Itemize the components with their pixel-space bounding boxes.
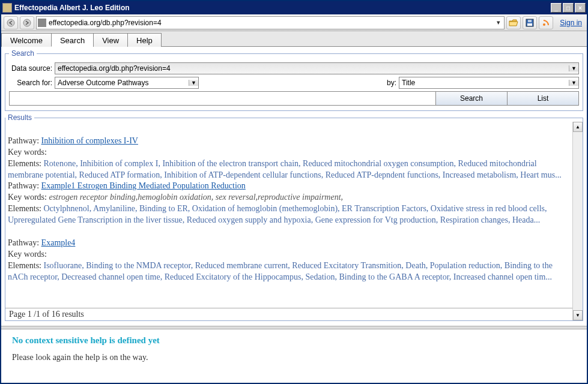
result-item: Pathway: Example1 Estrogen Binding Media… (8, 181, 571, 226)
datasource-label: Data source: (9, 64, 52, 73)
app-icon (2, 3, 12, 13)
help-panel: No context sensitive help is defined yet… (1, 329, 587, 368)
tab-bar: Welcome Search View Help (1, 31, 587, 47)
window-title: Effectopedia Albert J. Leo Edition (14, 4, 550, 12)
pathway-label: Pathway: (8, 238, 41, 247)
scroll-up-icon[interactable]: ▲ (573, 122, 583, 132)
svg-rect-4 (528, 20, 532, 22)
datasource-value: effectopedia.org/db.php?revision=4 (55, 64, 569, 73)
by-label: by: (382, 79, 396, 87)
pathway-link[interactable]: Example1 Estrogen Binding Mediated Popul… (41, 181, 246, 190)
datasource-combo[interactable]: effectopedia.org/db.php?revision=4 ▼ (55, 62, 579, 74)
scroll-down-icon[interactable]: ▼ (573, 310, 583, 320)
elements-text: Rotenone, Inhibition of complex I, Inhib… (8, 159, 562, 179)
chevron-down-icon[interactable]: ▼ (569, 80, 578, 86)
tab-welcome[interactable]: Welcome (1, 33, 52, 47)
back-button[interactable] (4, 16, 18, 29)
keywords-label: Key words: (8, 148, 47, 157)
result-item: Pathway: Inhibition of complexes I-IV Ke… (8, 136, 571, 181)
folder-open-icon (509, 19, 518, 27)
pathway-link[interactable]: Inhibition of complexes I-IV (41, 136, 138, 145)
open-button[interactable] (506, 16, 521, 29)
help-title: No context sensitive help is defined yet (12, 335, 576, 346)
address-bar[interactable]: ▾ (36, 16, 505, 29)
arrow-right-icon (23, 19, 31, 27)
keywords-text: estrogen receptor binding,hemoglobin oxi… (49, 193, 343, 202)
address-dropdown-button[interactable]: ▾ (494, 19, 503, 26)
broadcast-button[interactable] (539, 16, 553, 29)
by-combo[interactable]: Title ▼ (399, 77, 579, 89)
page-text: Page 1 /1 of 16 results (9, 310, 84, 319)
searchfor-combo[interactable]: Adverse Outcome Pathways ▼ (55, 77, 199, 89)
results-legend: Results (5, 113, 34, 122)
save-button[interactable] (523, 16, 537, 29)
results-panel: Results Pathway: Inhibition of complexes… (5, 113, 583, 321)
close-button[interactable]: × (575, 3, 586, 13)
pathway-label: Pathway: (8, 181, 41, 190)
svg-point-1 (23, 19, 31, 26)
search-input[interactable] (9, 91, 436, 106)
keywords-label: Key words: (8, 193, 49, 202)
elements-label: Elements: (8, 159, 44, 168)
elements-text: Isofluorane, Binding to the NMDA recepto… (8, 261, 553, 281)
search-panel: Search Data source: effectopedia.org/db.… (5, 49, 583, 111)
pathway-link[interactable]: Example4 (41, 238, 76, 247)
searchfor-value: Adverse Outcome Pathways (55, 79, 189, 87)
results-scrollbar[interactable]: ▲ ▼ (572, 122, 583, 320)
tab-search[interactable]: Search (51, 33, 94, 47)
rss-icon (542, 19, 550, 27)
floppy-disk-icon (526, 19, 534, 27)
results-body: Pathway: Inhibition of complexes I-IV Ke… (5, 122, 583, 308)
result-item: Pathway: Example4 Key words: Elements: I… (8, 238, 571, 283)
maximize-button[interactable]: □ (563, 3, 574, 13)
sign-in-link[interactable]: Sign in (560, 19, 582, 27)
keywords-label: Key words: (8, 250, 47, 259)
svg-point-0 (7, 19, 14, 26)
forward-button[interactable] (20, 16, 34, 29)
search-legend: Search (9, 49, 37, 58)
pathway-label: Pathway: (8, 136, 41, 145)
tab-view[interactable]: View (93, 33, 128, 47)
help-body: Please look again the help is on the way… (12, 353, 576, 362)
list-button[interactable]: List (507, 91, 579, 106)
elements-text: Octylphnenol, Amylaniline, Binding to ER… (8, 204, 547, 224)
address-input[interactable] (49, 19, 494, 27)
chevron-down-icon[interactable]: ▼ (189, 80, 198, 86)
toolbar: ▾ Sign in (1, 14, 587, 31)
tab-help[interactable]: Help (127, 33, 162, 47)
results-footer: Page 1 /1 of 16 results 1 (5, 308, 583, 320)
searchfor-label: Search for: (9, 79, 52, 87)
titlebar: Effectopedia Albert J. Leo Edition _ □ × (1, 1, 587, 14)
site-icon (38, 19, 46, 27)
svg-rect-3 (527, 23, 532, 26)
elements-label: Elements: (8, 261, 44, 270)
elements-label: Elements: (8, 204, 44, 213)
arrow-left-icon (7, 19, 15, 27)
chevron-down-icon[interactable]: ▼ (569, 65, 578, 71)
svg-point-5 (543, 23, 545, 26)
search-button[interactable]: Search (435, 91, 508, 106)
by-value: Title (399, 79, 569, 87)
minimize-button[interactable]: _ (551, 3, 562, 13)
